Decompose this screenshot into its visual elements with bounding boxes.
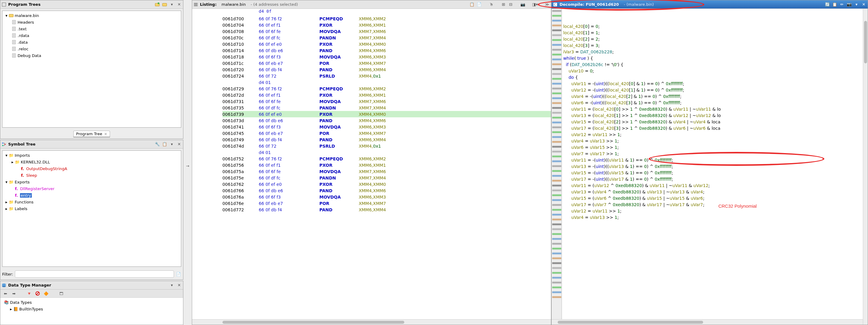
- import-fn[interactable]: f.Sleep: [4, 172, 179, 179]
- back-icon[interactable]: ⬅: [3, 291, 8, 296]
- listing-row[interactable]: 0061d75a66 0f 6f feMOVDQAXMM7,XMM6: [222, 168, 551, 175]
- listing-row[interactable]: 0061d70866 0f 6f feMOVDQAXMM7,XMM6: [222, 28, 551, 35]
- listing-row[interactable]: 0061d74966 0f db f4PANDXMM6,XMM4: [222, 137, 551, 143]
- decompile-line[interactable]: uVar17 = -(uint)((uVar17 & 1) == 0) ^ 0x…: [563, 177, 868, 183]
- filter-icon[interactable]: 🔻: [26, 291, 32, 296]
- tree-item[interactable]: Headers: [4, 19, 179, 26]
- decompile-line[interactable]: uVar11 = (local_420[0] >> 1 ^ 0xedb88320…: [563, 107, 868, 113]
- decompile-line[interactable]: local_420[0] = 0;: [563, 24, 868, 30]
- decompile-line[interactable]: while( true ) {: [563, 56, 868, 62]
- listing-row[interactable]: d4 01: [222, 149, 551, 155]
- kernel32-node[interactable]: ▸📁KERNEL32.DLL: [4, 158, 179, 165]
- folder-open-icon[interactable]: [162, 2, 167, 7]
- decompile-line[interactable]: uVar15 = (local_420[2] >> 1 ^ 0xedb88320…: [563, 119, 868, 126]
- decompile-line[interactable]: uVar17 = (local_420[3] >> 1 ^ 0xedb88320…: [563, 126, 868, 132]
- export-item[interactable]: f.DllRegisterServer: [4, 185, 179, 192]
- decompile-line[interactable]: uVar15 = (uVar6 ^ 0xedb88320) & uVar15 |…: [563, 196, 868, 202]
- listing-row[interactable]: 0061d73566 0f df fcPANDNXMM7,XMM4: [222, 105, 551, 111]
- listing-row[interactable]: 0061d77266 0f db f4PANDXMM6,XMM4: [222, 206, 551, 213]
- listing-row[interactable]: 0061d76266 0f ef e0PXORXMM4,XMM0: [222, 181, 551, 187]
- decompile-line[interactable]: uVar13 = (uVar4 ^ 0xedb88320) & uVar13 |…: [563, 189, 868, 196]
- listing-row[interactable]: 0061d72066 0f db f4PANDXMM6,XMM4: [222, 66, 551, 73]
- decompile-line[interactable]: local_420[1] = 1;: [563, 30, 868, 37]
- listing-row[interactable]: 0061d71066 0f ef e0PXORXMM4,XMM0: [222, 41, 551, 47]
- tab-close-icon[interactable]: ×: [104, 131, 107, 136]
- tree-item[interactable]: .text: [4, 26, 179, 32]
- overflow-icon[interactable]: ≫: [544, 2, 550, 7]
- listing-row[interactable]: 0061d76666 0f db e6PANDXMM4,XMM6: [222, 187, 551, 194]
- program-tree[interactable]: ▾malware.bin Headers.text.rdata.data.rel…: [2, 10, 181, 128]
- import-fn[interactable]: f.OutputDebugStringA: [4, 165, 179, 172]
- listing-row[interactable]: 0061d74166 0f 6f f3MOVDQAXMM6,XMM3: [222, 124, 551, 130]
- dropdown-icon[interactable]: ▾: [854, 2, 859, 7]
- listing-row[interactable]: 0061d73d66 0f db e6PANDXMM4,XMM6: [222, 117, 551, 124]
- dropdown-icon[interactable]: ▾: [169, 2, 175, 7]
- functions-node[interactable]: ▸📁Functions: [4, 199, 179, 205]
- decompile-line[interactable]: uVar12 = uVar11 >> 1;: [563, 132, 868, 139]
- decompile-line[interactable]: uVar12 = uVar11 >> 1;: [563, 209, 868, 215]
- layout-icon[interactable]: ◨▾: [532, 2, 538, 7]
- listing-row[interactable]: 0061d73966 0f ef e0PXORXMM4,XMM0: [222, 111, 551, 117]
- view2-icon[interactable]: ⊟: [508, 2, 514, 7]
- close-icon[interactable]: ✕: [176, 142, 182, 147]
- tree-item[interactable]: .rdata: [4, 32, 179, 39]
- listing-row[interactable]: 0061d70066 0f 76 f2PCMPEQDXMM6,XMM2: [222, 16, 551, 22]
- decompile-line[interactable]: uVar6 = -(uint)((local_420[3] & 1) == 0)…: [563, 100, 868, 107]
- tree-root[interactable]: ▾malware.bin: [4, 12, 179, 19]
- filter-clear-icon[interactable]: 📄: [176, 271, 181, 277]
- decompile-vscroll[interactable]: [863, 9, 868, 325]
- camera-icon[interactable]: 📷: [520, 2, 526, 7]
- window-icon[interactable]: 🗔: [59, 291, 64, 296]
- close-icon[interactable]: ✕: [861, 2, 867, 7]
- decompile-line[interactable]: uVar13 = -(uint)((uVar13 & 1) == 0) ^ 0x…: [563, 164, 868, 170]
- decompile-line[interactable]: uVar11 = -(uint)((uVar11 & 1) == 0) ^ 0x…: [563, 158, 868, 164]
- folder-new-icon[interactable]: [155, 2, 160, 7]
- listing-row[interactable]: 0061d70466 0f ef f1PXORXMM6,XMM1: [222, 22, 551, 28]
- listing-body[interactable]: d4 0f 0061d70066 0f 76 f2PCMPEQDXMM6,XMM…: [192, 9, 551, 319]
- cursor-icon[interactable]: 🖱: [489, 2, 494, 7]
- imports-node[interactable]: ▾📁Imports: [4, 152, 179, 158]
- close-icon[interactable]: ✕: [176, 283, 182, 288]
- edit-icon[interactable]: ✏: [839, 2, 845, 7]
- listing-hscroll[interactable]: [192, 319, 551, 325]
- listing-row[interactable]: 0061d75666 0f ef f1PXORXMM6,XMM1: [222, 162, 551, 168]
- decompile-line[interactable]: uVar12 = -(uint)((local_420[1] & 1) == 0…: [563, 88, 868, 94]
- program-tree-tab[interactable]: Program Tree×: [73, 131, 110, 137]
- fwd-icon[interactable]: ➡: [11, 291, 17, 296]
- listing-row[interactable]: 0061d74566 0f eb e7PORXMM4,XMM7: [222, 130, 551, 137]
- decompile-line[interactable]: local_420[3] = 3;: [563, 43, 868, 50]
- decompile-line[interactable]: uVar11 = -(uint)((local_420[0] & 1) == 0…: [563, 81, 868, 88]
- decompile-line[interactable]: uVar10 = 0;: [563, 68, 868, 75]
- listing-row[interactable]: 0061d72466 0f 72PSRLDXMM4,0x1: [222, 73, 551, 79]
- dt-root[interactable]: 📚Data Types: [3, 299, 181, 305]
- refresh-icon[interactable]: 🔄: [825, 2, 830, 7]
- decompile-hscroll[interactable]: [552, 319, 868, 325]
- decompile-line[interactable]: if (DAT_0062b26c != '\0') {: [563, 62, 868, 68]
- dropdown-icon[interactable]: ▾: [169, 283, 175, 288]
- decompile-line[interactable]: uVar4 = uVar13 >> 1;: [563, 139, 868, 145]
- filter-input[interactable]: [15, 270, 174, 278]
- tree-item[interactable]: Debug Data: [4, 52, 179, 59]
- decompile-line[interactable]: uVar11 = (uVar12 ^ 0xedb88320) & uVar11 …: [563, 183, 868, 189]
- decompile-line[interactable]: iVar3 = DAT_0062b228;: [563, 50, 868, 56]
- export-item-selected[interactable]: f.entry: [4, 192, 179, 199]
- dt-item[interactable]: ▸📙BuiltInTypes: [3, 305, 181, 312]
- listing-row[interactable]: 0061d71c66 0f eb e7PORXMM4,XMM7: [222, 60, 551, 66]
- decompile-line[interactable]: local_420[2] = 2;: [563, 37, 868, 43]
- listing-row[interactable]: 0061d73166 0f 6f feMOVDQAXMM7,XMM6: [222, 98, 551, 105]
- dropdown-icon[interactable]: ▾: [169, 142, 175, 147]
- icon2[interactable]: 📋: [162, 142, 167, 147]
- decompile-body[interactable]: local_420[0] = 0;local_420[1] = 1;local_…: [552, 9, 868, 319]
- listing-row[interactable]: d4 01: [222, 79, 551, 86]
- view-icon[interactable]: ⊞: [501, 2, 506, 7]
- copy-icon[interactable]: 📋: [469, 2, 475, 7]
- listing-row[interactable]: 0061d72966 0f 76 f2PCMPEQDXMM6,XMM2: [222, 86, 551, 92]
- tree-item[interactable]: .reloc: [4, 46, 179, 52]
- listing-row[interactable]: 0061d76a66 0f 6f f3MOVDQAXMM6,XMM3: [222, 194, 551, 200]
- decompile-line[interactable]: uVar4 = -(uint)((local_420[2] & 1) == 0)…: [563, 94, 868, 100]
- panel-divider[interactable]: →: [183, 0, 192, 325]
- listing-row[interactable]: 0061d71466 0f db e6PANDXMM4,XMM6: [222, 47, 551, 54]
- toggle-icon[interactable]: 🔶: [43, 291, 49, 296]
- icon1[interactable]: 🔧: [155, 142, 160, 147]
- decompile-line[interactable]: uVar15 = -(uint)((uVar15 & 1) == 0) ^ 0x…: [563, 170, 868, 177]
